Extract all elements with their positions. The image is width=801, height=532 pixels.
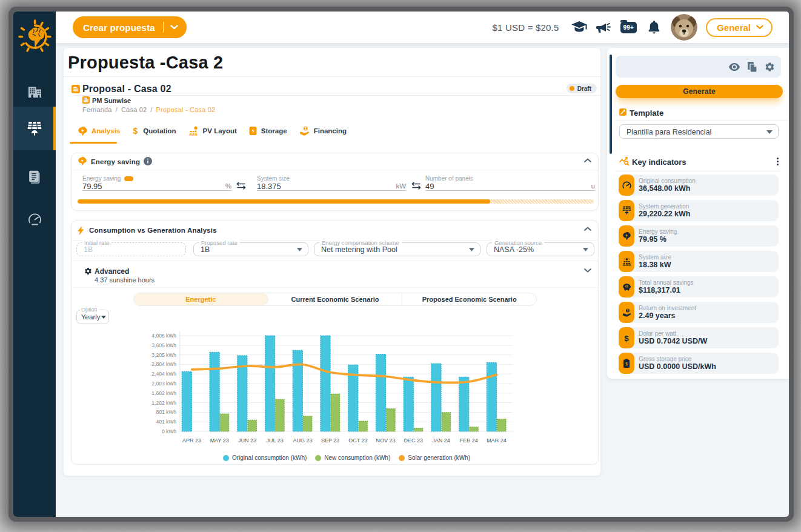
svg-text:$: $ <box>625 362 628 367</box>
field-value: 49 <box>425 182 434 191</box>
svg-text:APR 23: APR 23 <box>182 437 201 444</box>
notifications-count-badge[interactable]: 99+ <box>620 22 637 33</box>
number-of-panels-field[interactable]: Number of panels 49 u <box>425 175 595 199</box>
account-menu-label: General <box>717 22 751 33</box>
tab-energetic[interactable]: Energetic <box>134 293 268 305</box>
svg-text:$: $ <box>304 127 306 130</box>
preview-eye-icon[interactable] <box>729 63 740 71</box>
collapse-chevron-up-icon[interactable] <box>584 158 591 162</box>
proposed-rate-select[interactable]: Proposed rate 1B <box>193 242 308 256</box>
legend-item: New consumption (kWh) <box>315 454 390 461</box>
collapse-chevron-up-icon[interactable] <box>584 227 591 231</box>
svg-text:NOV 23: NOV 23 <box>376 437 396 444</box>
svg-text:$: $ <box>627 309 628 312</box>
indicator-gross-storage-price: $ Gross storage price USD 0.0000 USD/kWh <box>619 353 779 374</box>
tab-storage[interactable]: Storage <box>249 125 287 137</box>
svg-text:3,205 kWh: 3,205 kWh <box>151 352 176 358</box>
svg-text:4,006 kWh: 4,006 kWh <box>151 333 176 339</box>
indicator-value: USD 0.7042 USD/W <box>639 337 707 345</box>
key-indicators-menu-icon[interactable] <box>773 157 782 165</box>
indicator-label: Original consumption <box>639 178 696 184</box>
legend-label: Original consumption (kWh) <box>232 454 307 461</box>
sidebar <box>13 12 56 517</box>
svg-text:1,202 kWh: 1,202 kWh <box>151 400 176 406</box>
svg-text:3,605 kWh: 3,605 kWh <box>151 342 176 348</box>
indicator-system-size: System size 18.38 kW <box>619 251 779 272</box>
energy-saving-progress <box>78 199 594 204</box>
sunwise-logo <box>18 19 52 54</box>
storage-battery-icon <box>249 126 257 136</box>
breadcrumb-current[interactable]: Proposal - Casa 02 <box>156 106 216 113</box>
indicator-original-consumption: Original consumption 36,548.00 kWh <box>619 175 779 196</box>
legend-dot <box>223 455 229 461</box>
field-label: Energy saving <box>82 175 121 182</box>
indicator-system-generation: System generation 29,220.22 kWh <box>619 200 779 221</box>
sidebar-item-companies[interactable] <box>13 73 56 109</box>
status-dot <box>570 86 574 91</box>
financing-icon: $ <box>299 126 310 136</box>
bell-icon[interactable] <box>646 19 662 35</box>
swap-icon[interactable] <box>236 182 246 190</box>
duplicate-pages-icon[interactable] <box>748 62 757 72</box>
info-icon[interactable] <box>144 157 152 165</box>
indicator-value: 36,548.00 kWh <box>639 184 690 193</box>
tab-proposed-economic[interactable]: Proposed Economic Scenario <box>402 293 536 305</box>
field-suffix: u <box>591 182 595 190</box>
tab-pv-layout[interactable]: PV Layout <box>188 125 237 137</box>
user-avatar[interactable] <box>671 14 697 41</box>
svg-text:AUG 23: AUG 23 <box>293 437 312 444</box>
energy-compensation-select[interactable]: Energy compensation scheme Net metering … <box>314 242 480 256</box>
sidebar-item-monitoring[interactable] <box>13 201 56 238</box>
option-label: Option <box>80 307 99 313</box>
template-select-value: Plantilla para Residencial <box>627 128 711 136</box>
create-proposal-button[interactable]: Crear propuesta <box>73 16 187 38</box>
proposal-card: Propuesta -Casa 2 Proposal - Casa 02 Dra… <box>64 48 600 476</box>
svg-text:SEP 23: SEP 23 <box>321 437 339 444</box>
template-icon <box>619 108 627 116</box>
svg-text:$: $ <box>133 126 138 136</box>
academy-icon[interactable] <box>571 19 587 35</box>
generate-button[interactable]: Generate <box>616 85 783 98</box>
initial-rate-input[interactable]: Initial rate 1B <box>76 242 186 256</box>
caret-down-icon <box>101 316 106 319</box>
tab-financing[interactable]: $ Financing <box>299 125 347 137</box>
svg-text:0 kWh: 0 kWh <box>162 428 176 434</box>
indicator-value: USD 0.0000 USD/kWh <box>639 362 716 371</box>
indicator-value: 18.38 kW <box>639 261 671 269</box>
sidebar-item-catalog[interactable] <box>13 159 56 195</box>
field-value: 79.95 <box>82 182 102 191</box>
tab-analysis[interactable]: Analysis <box>78 125 120 137</box>
section-title: Consumption vs Generation Analysis <box>89 227 217 234</box>
announcements-icon[interactable] <box>596 19 611 35</box>
expand-chevron-down-icon[interactable] <box>584 268 591 273</box>
system-size-field[interactable]: System size 18.375 kW <box>257 175 406 199</box>
option-select[interactable]: Option Yearly <box>76 310 109 324</box>
tab-current-economic[interactable]: Current Economic Scenario <box>268 293 403 305</box>
breadcrumb-level1[interactable]: Fernanda <box>82 106 112 113</box>
account-menu-button[interactable]: General <box>706 18 773 37</box>
svg-text:MAR 24: MAR 24 <box>487 437 507 444</box>
toggle-pill[interactable] <box>124 176 133 181</box>
sidebar-item-proposals[interactable] <box>13 107 56 150</box>
piggy-bank-icon <box>619 276 634 298</box>
generation-source-select[interactable]: Generation source NASA -25% <box>487 242 594 256</box>
status-badge[interactable]: Draft <box>567 84 597 93</box>
indicator-value: $118,317.01 <box>639 286 680 294</box>
battery-icon: $ <box>619 353 634 374</box>
panel-scrollbar[interactable] <box>610 55 612 154</box>
active-tab-underline <box>70 142 117 144</box>
template-select[interactable]: Plantilla para Residencial <box>619 124 779 139</box>
breadcrumb-level2[interactable]: Casa 02 <box>121 106 147 113</box>
svg-text:JUL 23: JUL 23 <box>267 437 284 444</box>
swap-icon[interactable] <box>411 182 421 190</box>
hand-coin-icon: $ <box>619 302 634 323</box>
svg-text:801 kWh: 801 kWh <box>156 409 176 415</box>
tab-quotation[interactable]: $ Quotation <box>132 125 176 137</box>
energy-saving-field[interactable]: Energy saving 79.95 % <box>82 175 231 199</box>
settings-gear-icon[interactable] <box>765 62 775 72</box>
page-title: Propuesta -Casa 2 <box>68 53 223 73</box>
indicator-label: Dolar per watt <box>639 330 676 337</box>
field-value: 18.375 <box>257 182 281 191</box>
legend-label: Solar generation (kWh) <box>408 454 470 461</box>
indicator-value: 79.95 % <box>639 235 666 244</box>
